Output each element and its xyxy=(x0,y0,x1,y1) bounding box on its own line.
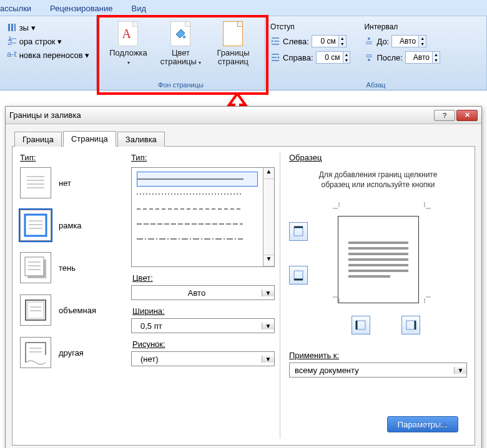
spinner-up[interactable]: ▲ xyxy=(419,36,426,41)
border-bottom-toggle[interactable] xyxy=(289,266,308,285)
dropdown-button[interactable]: ▼ xyxy=(262,290,274,296)
dialog-titlebar: Границы и заливка ? ✕ xyxy=(6,107,481,124)
color-dropdown[interactable]: Авто ▼ xyxy=(131,285,275,300)
borders-dialog: Границы и заливка ? ✕ Граница Страница З… xyxy=(5,106,482,448)
spinner-input[interactable] xyxy=(406,53,432,62)
svg-rect-22 xyxy=(26,300,46,320)
ribbon-tab[interactable]: ассылки xyxy=(0,4,31,13)
page-color-button[interactable]: Цвет страницы ▾ xyxy=(159,19,203,67)
spinner-input[interactable] xyxy=(392,37,418,46)
preset-label: другая xyxy=(59,348,84,358)
preview-area xyxy=(289,197,467,322)
preview-page[interactable] xyxy=(338,216,419,303)
close-button[interactable]: ✕ xyxy=(456,110,478,121)
spacing-before-spinner[interactable]: ▲▼ xyxy=(391,35,426,47)
dropdown-button[interactable]: ▼ xyxy=(454,367,466,374)
spinner-down[interactable]: ▼ xyxy=(339,41,346,47)
dropdown-label[interactable]: ора строк ▾ xyxy=(19,37,62,46)
svg-rect-13 xyxy=(25,215,46,236)
svg-rect-2 xyxy=(14,24,16,31)
group-label: Абзац xyxy=(366,80,386,89)
group-label: Фон страницы xyxy=(158,80,204,89)
label: Применить к: xyxy=(289,351,467,360)
preset-label: нет xyxy=(59,178,71,188)
border-top-toggle[interactable] xyxy=(289,222,308,241)
indent-right-spinner[interactable]: ▲▼ xyxy=(316,51,351,64)
tab-fill[interactable]: Заливка xyxy=(117,132,165,147)
ribbon: зы ▾ 12ора строк ▾ a-bновка переносов ▾ … xyxy=(0,16,487,90)
field-label: Справа: xyxy=(283,53,313,62)
label: Образец xyxy=(289,153,467,162)
label: Тип: xyxy=(131,153,275,162)
label: Цвет: xyxy=(132,273,275,283)
dropdown-value: Авто xyxy=(132,288,262,298)
button-label: Границы страниц xyxy=(217,48,250,66)
style-listbox[interactable]: ▲▼ xyxy=(131,167,275,267)
spinner-up[interactable]: ▲ xyxy=(433,52,440,57)
art-dropdown[interactable]: (нет) ▼ xyxy=(131,351,275,366)
label: Рисунок: xyxy=(132,339,275,349)
svg-rect-37 xyxy=(357,321,365,329)
label: Тип: xyxy=(20,153,126,162)
sample-hint: Для добавления границ щелкните образец и… xyxy=(308,170,448,190)
preset-custom[interactable]: другая xyxy=(20,337,126,368)
svg-rect-1 xyxy=(11,24,13,31)
svg-rect-23 xyxy=(27,302,44,318)
spinner-down[interactable]: ▼ xyxy=(343,57,350,63)
width-dropdown[interactable]: 0,5 пт ▼ xyxy=(131,318,275,333)
tab-page[interactable]: Страница xyxy=(63,131,116,147)
watermark-button[interactable]: A Подложка▾ xyxy=(107,19,150,67)
scrollbar[interactable]: ▲▼ xyxy=(263,168,274,266)
dialog-title: Границы и заливка xyxy=(9,110,433,120)
button-label: Подложка xyxy=(109,48,147,57)
preset-box[interactable]: рамка xyxy=(20,210,126,241)
spinner-input[interactable] xyxy=(312,37,338,46)
dialog-tabs: Граница Страница Заливка xyxy=(14,130,475,146)
line-numbers-icon: 12 xyxy=(7,36,17,46)
dropdown-button[interactable]: ▼ xyxy=(262,356,274,363)
scroll-down[interactable]: ▼ xyxy=(263,255,274,266)
svg-point-8 xyxy=(182,36,185,39)
spacing-after-spinner[interactable]: ▲▼ xyxy=(405,51,440,64)
dropdown-label[interactable]: новка переносов ▾ xyxy=(19,51,90,60)
preset-none[interactable]: нет xyxy=(20,167,126,198)
apply-to-dropdown[interactable]: всему документу ▼ xyxy=(289,363,467,377)
field-label: После: xyxy=(376,53,403,62)
options-button[interactable]: Параметры... xyxy=(387,416,458,432)
preset-shadow[interactable]: тень xyxy=(20,252,126,283)
spinner-up[interactable]: ▲ xyxy=(343,52,350,57)
dropdown-button[interactable]: ▼ xyxy=(262,323,274,329)
ribbon-group-paragraph: Отступ Слева: ▲▼ Справа: ▲▼ Интервал До:… xyxy=(265,16,487,90)
help-button[interactable]: ? xyxy=(434,110,455,121)
dialog-panel: Тип: нет рамка тень объемная xyxy=(12,146,475,446)
field-label: Слева: xyxy=(283,37,309,46)
dropdown-label[interactable]: зы ▾ xyxy=(19,23,36,32)
columns-icon xyxy=(7,22,17,32)
indent-right-icon xyxy=(270,52,280,62)
spinner-up[interactable]: ▲ xyxy=(339,36,346,41)
crop-mark xyxy=(333,295,342,303)
crop-mark xyxy=(333,202,342,211)
spinner-input[interactable] xyxy=(317,53,343,62)
svg-text:a-b: a-b xyxy=(7,50,17,59)
ribbon-group-page-background: A Подложка▾ Цвет страницы ▾ Границы стра… xyxy=(97,16,265,90)
border-left-toggle[interactable] xyxy=(352,316,370,334)
spinner-down[interactable]: ▼ xyxy=(433,57,440,63)
indent-left-spinner[interactable]: ▲▼ xyxy=(312,35,347,47)
spinner-down[interactable]: ▼ xyxy=(419,41,426,47)
preset-label: рамка xyxy=(59,221,82,230)
hyphenation-icon: a-b xyxy=(7,50,17,60)
svg-rect-33 xyxy=(294,227,303,236)
ribbon-tab[interactable]: Рецензирование xyxy=(50,4,112,13)
border-right-toggle[interactable] xyxy=(401,316,420,334)
ribbon-tab[interactable]: Вид xyxy=(132,4,147,13)
spacing-before-icon xyxy=(364,36,374,46)
tab-border[interactable]: Граница xyxy=(14,132,62,147)
svg-rect-18 xyxy=(25,257,44,276)
page-borders-button[interactable]: Границы страниц xyxy=(212,19,255,66)
scroll-up[interactable]: ▲ xyxy=(263,168,274,179)
preset-3d[interactable]: объемная xyxy=(20,295,126,326)
svg-rect-0 xyxy=(8,24,10,31)
button-label: Цвет страницы xyxy=(160,48,197,66)
svg-rect-35 xyxy=(294,271,303,280)
